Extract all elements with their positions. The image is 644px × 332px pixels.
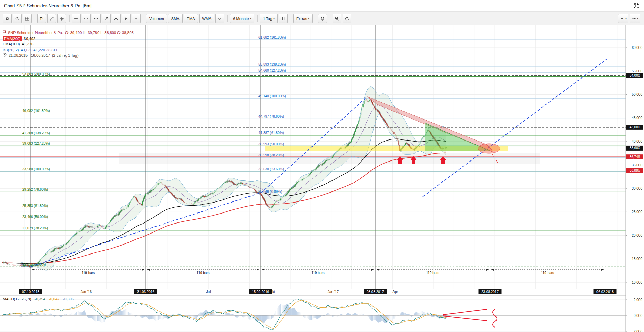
svg-text:15.09.2016: 15.09.2016 [252,290,269,294]
fib-blue-label: 54,660 (127.20%) [258,69,286,72]
settings-button[interactable] [3,14,12,23]
ema200-label: EMA(200) [3,36,22,42]
bars-count-label: 119 bars [541,271,554,275]
svg-text:54,000: 54,000 [630,74,640,77]
price-tick-label: 40,000 [632,139,642,143]
undo-icon [345,16,349,21]
price-tick-label: 10,000 [632,281,642,284]
candlestick-icon [3,30,6,36]
chevron-down-icon [134,16,139,21]
sma-button[interactable]: SMA [168,14,183,23]
fib-blue-label: 38,993 (50.00%) [258,142,284,146]
fib-green-label: 25,853 (61.80%) [22,204,48,208]
legend-period: 21.08.2015 - 16.06.2017 [9,53,50,59]
date-label: Jul [206,290,211,294]
toolbar-separator [316,15,316,22]
timespan-select[interactable]: 6 Monate▾ [230,14,254,23]
macd-histogram-value: -0,306 [63,297,74,301]
price-tick-label: 55,000 [632,69,642,73]
toolbar-separator [69,15,70,22]
interval-select[interactable]: 1 Tag▾ [260,14,278,23]
fib-blue-label: 28,846 (0.00%) [258,190,282,194]
macd-legend[interactable]: MACD(12, 26, 9) -0,354 -0,047 -0,306 [3,297,74,301]
chevron-down-icon: ▾ [250,17,251,20]
chevron-down-icon [217,16,222,21]
ema200-value: 39,492 [24,36,35,42]
crosshair-icon [59,16,64,21]
crosshair-tool-button[interactable] [57,14,66,23]
zoom-tool-button[interactable] [13,14,22,23]
macd-label: MACD(12, 26, 9) [3,297,31,301]
wma-button[interactable]: WMA [199,14,215,23]
macd-panel [0,299,626,331]
fib-blue-label: 41,387 (61.80%) [258,131,284,135]
ema100-value: 41,376 [22,41,34,47]
toolbar-separator [291,15,291,22]
ellipsis-icon [94,16,99,21]
legend-bb-row[interactable]: BB(20, 2) 43,630 41,220 38,811 [3,47,134,53]
bb-label: BB(20, 2) [3,47,19,53]
more-tools-button[interactable] [92,14,101,23]
compare-bars-button[interactable] [279,14,288,23]
macd-annotation-line [443,309,487,315]
bollinger-band [21,87,446,270]
trendline-tool-button[interactable] [47,14,56,23]
bb-values: 43,630 41,220 38,811 [21,47,57,53]
diag-line-icon [49,16,54,21]
play-button[interactable] [122,14,131,23]
toolbar-separator [227,15,228,22]
chart-options-button[interactable]: ▾ [618,14,628,23]
date-label: Apr [392,290,398,294]
title-bar: Chart SNP Schneider-Neureither & Pa. [6m… [0,0,644,12]
ema-button[interactable]: EMA [184,14,198,23]
curve-icon [114,16,119,21]
toolbar-separator [257,15,258,22]
volume-button-label: Volumen [149,17,164,21]
svg-text:23.08.2017: 23.08.2017 [481,290,499,294]
date-label: Jan '17 [328,290,339,294]
extras-select[interactable]: Extras▾ [293,14,313,23]
chart-canvas[interactable]: 119 bars119 bars119 bars119 bars119 bars… [0,25,644,332]
bars-count-label: 119 bars [82,271,95,275]
dashline-tool-button[interactable] [82,14,91,23]
legend-symbol-row[interactable]: SNP Schneider-Neureither & Pa. O: 39,490… [3,30,134,36]
hline-tool-button[interactable] [72,14,81,23]
macd-squiggle-annotation [493,309,497,327]
price-tick-label: 30,000 [632,187,642,190]
expand-window-icon[interactable] [634,3,639,9]
legend-period-row: 21.08.2015 - 16.06.2017 (2 Jahre, 1 Tag) [3,53,134,59]
tools-dropdown-button[interactable] [132,14,141,23]
chevron-down-icon: ▾ [637,17,638,20]
curve-tool-button[interactable] [112,14,121,23]
volume-button[interactable]: Volumen [146,14,167,23]
alarm-button[interactable] [318,14,327,23]
svg-text:T: T [40,17,42,20]
price-tick-label: 15,000 [632,257,642,261]
zoom-in-button[interactable] [333,14,341,23]
text-plus-icon: T+ [39,16,44,21]
magnifier-icon [15,16,20,21]
indicator-dropdown-button[interactable] [215,14,224,23]
legend-ema100-row[interactable]: EMA(100) 41,376 [3,41,134,47]
price-tick-label: 20,000 [632,234,642,237]
zoom-reset-button[interactable] [343,14,351,23]
svg-text:06.02.2018: 06.02.2018 [596,290,614,294]
text-tool-button[interactable]: T+ [37,14,46,23]
arrow-tool-button[interactable] [102,14,111,23]
date-axis[interactable]: Jan '16JulOktJan '17Apr07.10.201531.03.2… [19,289,617,294]
pause-icon [281,16,286,21]
play-icon [124,16,129,21]
price-axis[interactable]: 60,00055,00050,00045,00040,00035,00030,0… [626,25,644,332]
line-style-button[interactable]: ▾ [630,14,640,23]
legend-ema200-row[interactable]: EMA(200) 39,492 [3,36,134,42]
price-tick-label: 50,000 [632,93,642,96]
macd-tick-label: 0,000 [634,314,642,318]
dash-line-icon [84,16,89,21]
price-tick-label: 60,000 [632,46,642,50]
svg-text:03.03.2017: 03.03.2017 [367,290,384,294]
grid-layout-button[interactable] [23,14,32,23]
gear-icon [5,16,10,21]
chart-gear-icon [620,16,624,21]
fib-green-label: 13,352 (0.00%) [22,262,46,266]
extras-select-label: Extras [296,17,307,21]
